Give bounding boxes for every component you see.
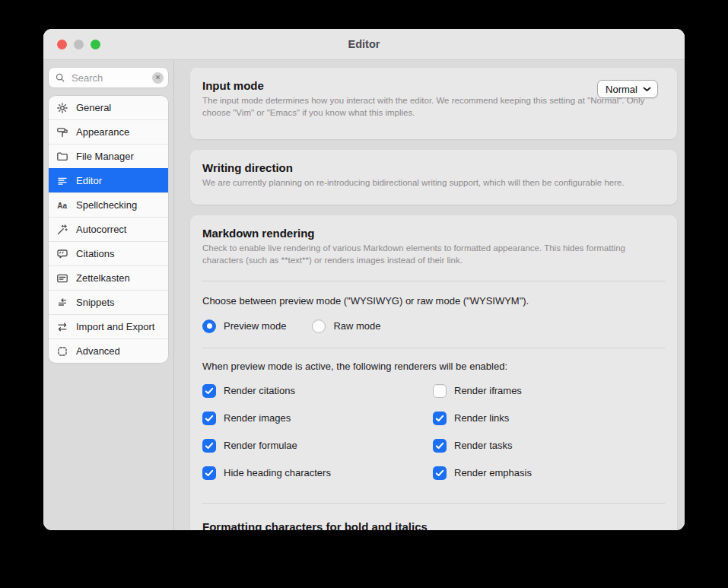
divider [202, 503, 665, 504]
checkbox[interactable] [433, 466, 447, 480]
sidebar-item-label: Autocorrect [76, 224, 126, 235]
checkbox[interactable] [202, 384, 216, 398]
check-icon [205, 442, 214, 450]
renderers-checkbox-grid: Render citations Render iframes Render i… [202, 384, 665, 480]
section-description: We are currently planning on re-introduc… [202, 177, 665, 189]
text-lines-icon [56, 175, 68, 187]
close-window-button[interactable] [57, 40, 67, 49]
section-description: Check to enable live rendering of variou… [202, 243, 659, 267]
sidebar-item-snippets[interactable]: Snippets [49, 290, 168, 314]
checkbox-render-formulae[interactable]: Render formulae [202, 439, 433, 453]
check-icon [205, 387, 214, 395]
traffic-lights [57, 40, 100, 49]
sidebar-item-file-manager[interactable]: File Manager [49, 144, 168, 168]
checkbox-render-emphasis[interactable]: Render emphasis [433, 466, 665, 480]
checkbox-render-citations[interactable]: Render citations [202, 384, 433, 398]
checkbox[interactable] [202, 412, 216, 425]
sidebar-nav-list: General Appearance File Manager Editor A… [49, 96, 168, 363]
next-section-heading: Formatting characters for bold and itali… [202, 520, 665, 530]
checkbox-hide-heading-characters[interactable]: Hide heading characters [202, 466, 433, 480]
renderers-prompt: When preview mode is active, the followi… [202, 361, 665, 372]
sidebar-item-citations[interactable]: Citations [49, 241, 168, 265]
preferences-window: Editor ✕ General Appearance [43, 29, 685, 530]
wand-icon [56, 224, 68, 236]
radio-raw-mode[interactable]: Raw mode [312, 319, 380, 333]
check-icon [435, 469, 444, 477]
radio-button[interactable] [202, 319, 216, 333]
checkbox-label: Render tasks [454, 440, 513, 451]
section-description: The input mode determines how you intera… [202, 95, 647, 119]
checkbox-label: Render formulae [224, 440, 297, 451]
radio-button[interactable] [312, 319, 326, 333]
title-bar[interactable]: Editor [43, 29, 685, 60]
divider [202, 281, 665, 281]
return-arrow-icon [56, 297, 68, 309]
sidebar-item-label: File Manager [76, 151, 134, 162]
chevron-down-icon [643, 87, 651, 92]
zoom-window-button[interactable] [91, 40, 100, 49]
section-title: Markdown rendering [202, 227, 665, 240]
section-title: Input mode [202, 79, 665, 92]
section-title: Writing direction [202, 161, 665, 174]
minimize-window-button[interactable] [74, 40, 84, 49]
search-icon [55, 72, 65, 83]
dashed-box-icon [56, 345, 68, 358]
sidebar-item-import-export[interactable]: Import and Export [49, 314, 168, 338]
sidebar-item-label: Appearance [76, 126, 129, 138]
writing-direction-section: Writing direction We are currently plann… [190, 150, 677, 205]
input-mode-select[interactable]: Normal [597, 80, 658, 98]
sidebar-item-spellchecking[interactable]: Aa Spellchecking [49, 192, 168, 217]
sidebar-item-advanced[interactable]: Advanced [49, 338, 168, 363]
checkbox-label: Hide heading characters [224, 467, 331, 478]
settings-content: Input mode The input mode determines how… [174, 60, 685, 530]
sidebar-item-label: Spellchecking [76, 199, 137, 211]
sidebar-item-label: General [76, 102, 111, 113]
checkbox[interactable] [202, 439, 216, 453]
sidebar-item-label: Snippets [76, 297, 115, 308]
checkbox-render-links[interactable]: Render links [433, 412, 665, 425]
sidebar-item-zettelkasten[interactable]: Zettelkasten [49, 265, 168, 290]
sidebar-item-label: Citations [76, 248, 115, 259]
checkbox-label: Render citations [224, 385, 295, 396]
checkbox-render-tasks[interactable]: Render tasks [433, 439, 665, 453]
checkbox-label: Render emphasis [454, 467, 532, 478]
swap-arrows-icon [56, 321, 68, 333]
note-card-icon [56, 272, 68, 284]
sidebar-item-label: Zettelkasten [76, 272, 130, 284]
input-mode-select-value: Normal [606, 84, 637, 95]
input-mode-section: Input mode The input mode determines how… [190, 68, 677, 139]
clear-search-icon[interactable]: ✕ [152, 72, 164, 84]
checkbox-label: Render images [224, 412, 291, 424]
checkbox-label: Render iframes [454, 385, 522, 396]
check-icon [205, 469, 214, 477]
checkbox[interactable] [433, 412, 447, 425]
checkbox[interactable] [202, 466, 216, 480]
checkbox-label: Render links [454, 412, 509, 424]
sidebar-item-autocorrect[interactable]: Autocorrect [49, 217, 168, 241]
sidebar-item-editor[interactable]: Editor [49, 168, 168, 192]
sidebar-item-label: Advanced [76, 345, 120, 357]
preferences-sidebar: ✕ General Appearance File Manager Edit [43, 60, 174, 530]
markdown-rendering-section: Markdown rendering Check to enable live … [190, 215, 677, 530]
check-icon [435, 415, 444, 422]
checkbox[interactable] [433, 384, 447, 398]
sidebar-item-label: Editor [76, 175, 102, 186]
aa-icon: Aa [56, 199, 68, 211]
radio-label: Raw mode [333, 320, 380, 332]
search-field[interactable]: ✕ [49, 68, 168, 87]
svg-text:Aa: Aa [57, 201, 67, 209]
quote-bubble-icon [56, 248, 68, 260]
gear-icon [56, 102, 68, 114]
sidebar-item-general[interactable]: General [49, 96, 168, 119]
checkbox-render-images[interactable]: Render images [202, 412, 433, 425]
mode-radio-group: Preview mode Raw mode [202, 319, 665, 333]
check-icon [435, 442, 444, 450]
checkbox-render-iframes[interactable]: Render iframes [433, 384, 665, 398]
checkbox[interactable] [433, 439, 447, 453]
search-input[interactable] [70, 72, 148, 84]
sidebar-item-appearance[interactable]: Appearance [49, 119, 168, 144]
radio-preview-mode[interactable]: Preview mode [202, 319, 286, 333]
sidebar-item-label: Import and Export [76, 321, 154, 332]
folder-icon [56, 151, 68, 163]
window-title: Editor [348, 38, 380, 50]
